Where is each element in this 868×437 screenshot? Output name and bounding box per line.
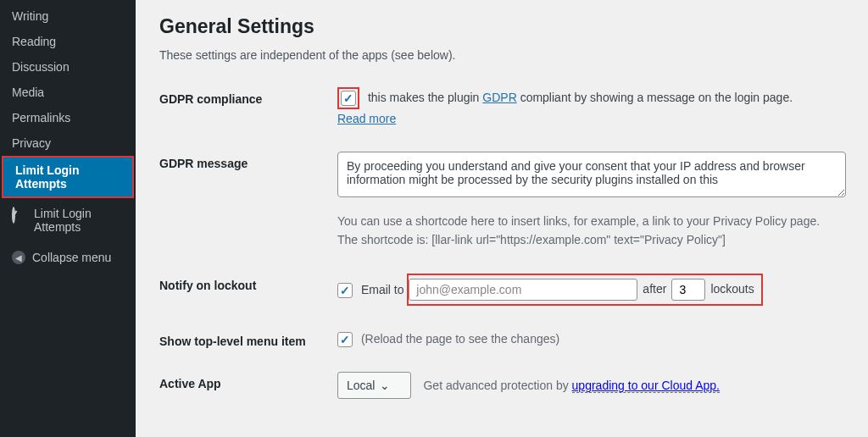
email-to-label: Email to: [361, 283, 404, 296]
read-more-link[interactable]: Read more: [337, 112, 396, 125]
toplevel-checkbox[interactable]: [337, 332, 353, 347]
upgrade-link[interactable]: upgrading to our Cloud App.: [572, 379, 720, 393]
gdpr-text-post: compliant by showing a message on the lo…: [517, 91, 793, 104]
sidebar-item-media[interactable]: Media: [0, 80, 136, 105]
sidebar-section-label: Limit Login Attempts: [34, 207, 124, 234]
row-label: GDPR message: [159, 152, 337, 170]
upgrade-text: Get advanced protection by upgrading to …: [423, 376, 719, 395]
row-label: GDPR compliance: [159, 87, 337, 106]
collapse-icon: ◀: [12, 251, 25, 264]
row-label: Active App: [159, 372, 337, 390]
sidebar-item-discussion[interactable]: Discussion: [0, 54, 136, 80]
collapse-label: Collapse menu: [32, 251, 111, 264]
page-title: General Settings: [159, 15, 844, 38]
sidebar-item-privacy[interactable]: Privacy: [0, 130, 136, 156]
gauge-icon: [12, 208, 27, 224]
toplevel-hint: (Reload the page to see the changes): [361, 332, 559, 346]
notify-checkbox[interactable]: [337, 283, 353, 298]
gdpr-link[interactable]: GDPR: [482, 91, 516, 104]
row-label: Notify on lockout: [159, 274, 337, 292]
row-active-app: Active App Local ⌄ Get advanced protecti…: [159, 372, 844, 399]
gdpr-message-textarea[interactable]: [337, 152, 846, 197]
chevron-down-icon: ⌄: [380, 376, 390, 395]
help-text-2: The shortcode is: [llar-link url="https:…: [337, 230, 846, 249]
row-gdpr-compliance: GDPR compliance this makes the plugin GD…: [159, 87, 844, 128]
collapse-menu[interactable]: ◀ Collapse menu: [0, 242, 136, 273]
sidebar-item-permalinks[interactable]: Permalinks: [0, 105, 136, 130]
after-label: after: [643, 279, 666, 298]
email-input[interactable]: [409, 279, 637, 301]
select-value: Local: [347, 376, 375, 395]
sidebar-item-limit-login-attempts[interactable]: Limit Login Attempts: [2, 156, 134, 198]
gdpr-checkbox[interactable]: [341, 91, 356, 106]
lockouts-label: lockouts: [710, 279, 754, 298]
highlight-box: after lockouts: [407, 274, 762, 306]
sidebar-item-writing[interactable]: Writing: [0, 3, 136, 29]
row-top-level-menu: Show top-level menu item (Reload the pag…: [159, 329, 844, 348]
highlight-box: [337, 87, 359, 109]
main-content: General Settings These settings are inde…: [136, 0, 868, 437]
page-subhead: These settings are independent of the ap…: [159, 48, 844, 62]
sidebar-item-reading[interactable]: Reading: [0, 29, 136, 54]
row-notify-lockout: Notify on lockout Email to after lockout…: [159, 274, 844, 306]
help-text-1: You can use a shortcode here to insert l…: [337, 212, 846, 230]
lockout-count-input[interactable]: [671, 279, 705, 301]
active-app-select[interactable]: Local ⌄: [337, 372, 411, 399]
row-label: Show top-level menu item: [159, 329, 337, 348]
sidebar-section-limit-login[interactable]: Limit Login Attempts: [0, 198, 136, 242]
row-gdpr-message: GDPR message You can use a shortcode her…: [159, 152, 844, 249]
gdpr-text-pre: this makes the plugin: [368, 91, 482, 104]
admin-sidebar: Writing Reading Discussion Media Permali…: [0, 0, 136, 437]
